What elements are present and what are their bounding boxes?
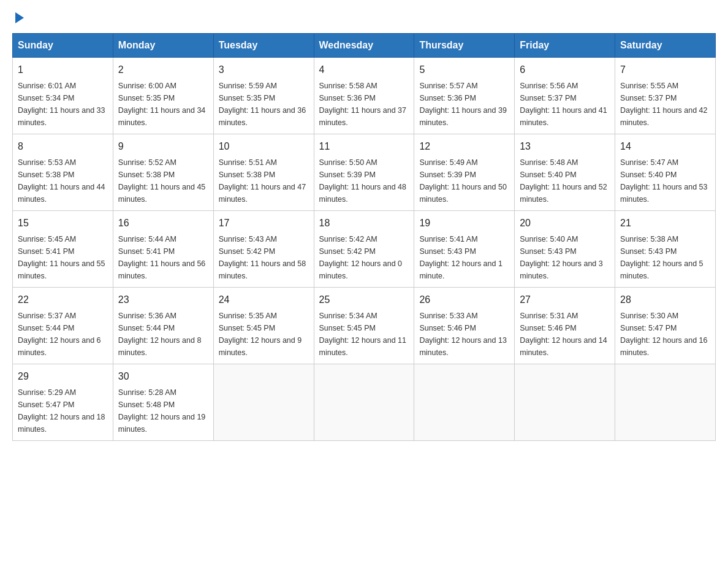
day-number: 12 — [419, 139, 509, 154]
calendar-table: SundayMondayTuesdayWednesdayThursdayFrid… — [12, 33, 716, 441]
header-tuesday: Tuesday — [213, 34, 314, 58]
day-info: Sunrise: 5:51 AMSunset: 5:38 PMDaylight:… — [219, 158, 306, 204]
day-number: 17 — [219, 216, 309, 231]
calendar-cell: 17 Sunrise: 5:43 AMSunset: 5:42 PMDaylig… — [213, 211, 314, 288]
day-info: Sunrise: 5:52 AMSunset: 5:38 PMDaylight:… — [118, 158, 205, 204]
day-number: 10 — [219, 139, 309, 154]
header-saturday: Saturday — [615, 34, 716, 58]
day-number: 8 — [18, 139, 108, 154]
calendar-cell: 29 Sunrise: 5:29 AMSunset: 5:47 PMDaylig… — [13, 364, 113, 441]
calendar-cell — [515, 364, 615, 441]
calendar-cell: 16 Sunrise: 5:44 AMSunset: 5:41 PMDaylig… — [113, 211, 213, 288]
day-info: Sunrise: 5:50 AMSunset: 5:39 PMDaylight:… — [319, 158, 406, 204]
calendar-cell: 18 Sunrise: 5:42 AMSunset: 5:42 PMDaylig… — [314, 211, 414, 288]
day-info: Sunrise: 5:34 AMSunset: 5:45 PMDaylight:… — [319, 312, 406, 357]
day-info: Sunrise: 5:43 AMSunset: 5:42 PMDaylight:… — [219, 235, 306, 280]
day-number: 28 — [620, 293, 710, 307]
day-number: 29 — [18, 369, 108, 384]
week-row-2: 15 Sunrise: 5:45 AMSunset: 5:41 PMDaylig… — [13, 211, 716, 288]
day-info: Sunrise: 5:40 AMSunset: 5:43 PMDaylight:… — [520, 235, 603, 280]
calendar-cell: 28 Sunrise: 5:30 AMSunset: 5:47 PMDaylig… — [615, 288, 716, 364]
calendar-cell: 6 Sunrise: 5:56 AMSunset: 5:37 PMDayligh… — [515, 58, 615, 134]
calendar-cell: 10 Sunrise: 5:51 AMSunset: 5:38 PMDaylig… — [213, 134, 314, 211]
week-row-4: 29 Sunrise: 5:29 AMSunset: 5:47 PMDaylig… — [13, 364, 716, 441]
calendar-cell — [314, 364, 414, 441]
day-info: Sunrise: 6:00 AMSunset: 5:35 PMDaylight:… — [118, 82, 205, 127]
day-info: Sunrise: 5:53 AMSunset: 5:38 PMDaylight:… — [18, 158, 105, 204]
calendar-cell: 11 Sunrise: 5:50 AMSunset: 5:39 PMDaylig… — [314, 134, 414, 211]
day-info: Sunrise: 5:42 AMSunset: 5:42 PMDaylight:… — [319, 235, 403, 280]
day-info: Sunrise: 5:35 AMSunset: 5:45 PMDaylight:… — [219, 312, 302, 357]
day-number: 4 — [319, 63, 409, 77]
calendar-cell: 8 Sunrise: 5:53 AMSunset: 5:38 PMDayligh… — [13, 134, 113, 211]
day-info: Sunrise: 5:37 AMSunset: 5:44 PMDaylight:… — [18, 312, 101, 357]
day-number: 9 — [118, 139, 208, 154]
day-info: Sunrise: 5:48 AMSunset: 5:40 PMDaylight:… — [520, 158, 607, 204]
header-monday: Monday — [113, 34, 213, 58]
day-info: Sunrise: 5:38 AMSunset: 5:43 PMDaylight:… — [620, 235, 703, 280]
day-number: 18 — [319, 216, 409, 231]
day-number: 1 — [18, 63, 108, 77]
day-number: 22 — [18, 293, 108, 307]
day-number: 2 — [118, 63, 208, 77]
header-thursday: Thursday — [414, 34, 515, 58]
day-number: 25 — [319, 293, 409, 307]
day-number: 24 — [219, 293, 309, 307]
day-info: Sunrise: 5:36 AMSunset: 5:44 PMDaylight:… — [118, 312, 202, 357]
day-number: 16 — [118, 216, 208, 231]
day-info: Sunrise: 5:56 AMSunset: 5:37 PMDaylight:… — [520, 82, 607, 127]
day-info: Sunrise: 5:58 AMSunset: 5:36 PMDaylight:… — [319, 82, 406, 127]
calendar-cell: 9 Sunrise: 5:52 AMSunset: 5:38 PMDayligh… — [113, 134, 213, 211]
week-row-3: 22 Sunrise: 5:37 AMSunset: 5:44 PMDaylig… — [13, 288, 716, 364]
day-info: Sunrise: 5:31 AMSunset: 5:46 PMDaylight:… — [520, 312, 607, 357]
day-info: Sunrise: 5:47 AMSunset: 5:40 PMDaylight:… — [620, 158, 707, 204]
header-sunday: Sunday — [13, 34, 113, 58]
header-wednesday: Wednesday — [314, 34, 414, 58]
day-number: 15 — [18, 216, 108, 231]
day-number: 13 — [520, 139, 610, 154]
day-info: Sunrise: 5:55 AMSunset: 5:37 PMDaylight:… — [620, 82, 707, 127]
calendar-cell: 26 Sunrise: 5:33 AMSunset: 5:46 PMDaylig… — [414, 288, 515, 364]
calendar-cell: 3 Sunrise: 5:59 AMSunset: 5:35 PMDayligh… — [213, 58, 314, 134]
day-info: Sunrise: 5:30 AMSunset: 5:47 PMDaylight:… — [620, 312, 707, 357]
day-number: 30 — [118, 369, 208, 384]
calendar-cell: 14 Sunrise: 5:47 AMSunset: 5:40 PMDaylig… — [615, 134, 716, 211]
calendar-cell: 27 Sunrise: 5:31 AMSunset: 5:46 PMDaylig… — [515, 288, 615, 364]
logo — [12, 12, 24, 23]
calendar-cell: 4 Sunrise: 5:58 AMSunset: 5:36 PMDayligh… — [314, 58, 414, 134]
week-row-1: 8 Sunrise: 5:53 AMSunset: 5:38 PMDayligh… — [13, 134, 716, 211]
calendar-header-row: SundayMondayTuesdayWednesdayThursdayFrid… — [13, 34, 716, 58]
day-number: 23 — [118, 293, 208, 307]
day-number: 3 — [219, 63, 309, 77]
calendar-cell: 7 Sunrise: 5:55 AMSunset: 5:37 PMDayligh… — [615, 58, 716, 134]
day-number: 20 — [520, 216, 610, 231]
calendar-cell — [414, 364, 515, 441]
calendar-cell: 22 Sunrise: 5:37 AMSunset: 5:44 PMDaylig… — [13, 288, 113, 364]
day-number: 7 — [620, 63, 710, 77]
day-info: Sunrise: 5:41 AMSunset: 5:43 PMDaylight:… — [419, 235, 502, 280]
day-info: Sunrise: 5:45 AMSunset: 5:41 PMDaylight:… — [18, 235, 105, 280]
calendar-cell — [213, 364, 314, 441]
day-number: 21 — [620, 216, 710, 231]
calendar-cell: 13 Sunrise: 5:48 AMSunset: 5:40 PMDaylig… — [515, 134, 615, 211]
logo-arrow-icon — [15, 12, 24, 23]
day-info: Sunrise: 5:57 AMSunset: 5:36 PMDaylight:… — [419, 82, 506, 127]
calendar-cell: 25 Sunrise: 5:34 AMSunset: 5:45 PMDaylig… — [314, 288, 414, 364]
day-number: 6 — [520, 63, 610, 77]
page-header — [12, 12, 716, 23]
calendar-cell: 23 Sunrise: 5:36 AMSunset: 5:44 PMDaylig… — [113, 288, 213, 364]
calendar-cell: 12 Sunrise: 5:49 AMSunset: 5:39 PMDaylig… — [414, 134, 515, 211]
day-info: Sunrise: 5:49 AMSunset: 5:39 PMDaylight:… — [419, 158, 506, 204]
calendar-cell: 15 Sunrise: 5:45 AMSunset: 5:41 PMDaylig… — [13, 211, 113, 288]
calendar-cell: 2 Sunrise: 6:00 AMSunset: 5:35 PMDayligh… — [113, 58, 213, 134]
day-number: 19 — [419, 216, 509, 231]
day-info: Sunrise: 6:01 AMSunset: 5:34 PMDaylight:… — [18, 82, 105, 127]
day-number: 14 — [620, 139, 710, 154]
calendar-cell: 1 Sunrise: 6:01 AMSunset: 5:34 PMDayligh… — [13, 58, 113, 134]
day-number: 26 — [419, 293, 509, 307]
calendar-cell: 19 Sunrise: 5:41 AMSunset: 5:43 PMDaylig… — [414, 211, 515, 288]
calendar-cell — [615, 364, 716, 441]
header-friday: Friday — [515, 34, 615, 58]
day-number: 11 — [319, 139, 409, 154]
day-number: 27 — [520, 293, 610, 307]
